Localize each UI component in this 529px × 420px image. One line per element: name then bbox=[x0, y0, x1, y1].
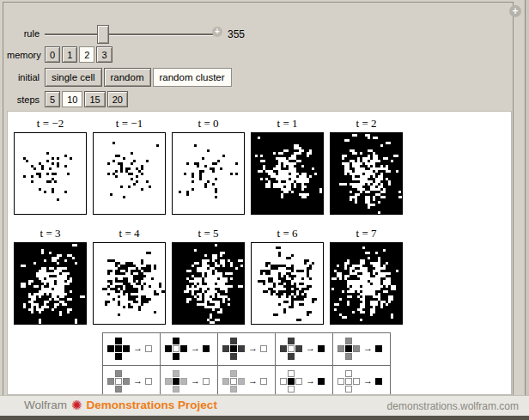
state-cell bbox=[288, 353, 295, 360]
manipulate-plus-icon[interactable]: + bbox=[509, 5, 521, 17]
footer-bottom-bar bbox=[0, 416, 529, 420]
state-cell bbox=[180, 378, 187, 385]
rule-case: → bbox=[103, 333, 161, 366]
state-cell bbox=[238, 345, 245, 352]
page-right-strip bbox=[525, 0, 529, 416]
state-cell bbox=[173, 378, 179, 385]
neighborhood-grid bbox=[165, 338, 187, 360]
steps-option-10[interactable]: 10 bbox=[62, 91, 82, 107]
demonstrations-project-label[interactable]: Demonstrations Project bbox=[87, 399, 217, 411]
result-cell bbox=[375, 378, 382, 385]
state-cell bbox=[173, 338, 179, 344]
rule-case: → bbox=[218, 333, 276, 366]
automaton-image bbox=[251, 242, 324, 325]
memory-option-0[interactable]: 0 bbox=[45, 46, 60, 63]
initial-option-random-cluster[interactable]: random cluster bbox=[153, 68, 232, 87]
panel-row-bottom: t = 3t = 4t = 5t = 6t = 7 bbox=[14, 225, 403, 325]
footer-url[interactable]: demonstrations.wolfram.com bbox=[387, 400, 519, 412]
neighborhood-grid bbox=[165, 370, 187, 393]
rule-case: → bbox=[333, 333, 391, 366]
result-cell bbox=[203, 345, 210, 352]
initial-setter-group: single cellrandomrandom cluster bbox=[45, 68, 232, 87]
automaton-image bbox=[330, 242, 403, 325]
initial-option-random[interactable]: random bbox=[104, 68, 151, 87]
steps-option-5[interactable]: 5 bbox=[45, 91, 60, 107]
panel-title: t = 6 bbox=[277, 225, 298, 242]
state-cell bbox=[337, 378, 344, 385]
arrow-icon: → bbox=[363, 343, 373, 353]
state-cell bbox=[288, 378, 295, 385]
state-cell bbox=[107, 345, 114, 352]
rule-slider-thumb[interactable] bbox=[97, 25, 109, 44]
display-area: t = −2t = −1t = 0t = 1t = 2 t = 3t = 4t … bbox=[7, 111, 512, 395]
state-cell bbox=[345, 386, 352, 393]
result-cell bbox=[145, 345, 152, 352]
steps-option-20[interactable]: 20 bbox=[107, 91, 128, 107]
memory-option-2[interactable]: 2 bbox=[79, 46, 94, 63]
rule-label: rule bbox=[7, 28, 40, 39]
rule-icon-table: →→→→→→→→→→ bbox=[102, 332, 391, 395]
neighborhood-grid bbox=[222, 338, 245, 360]
neighborhood-grid bbox=[337, 338, 360, 360]
state-cell bbox=[115, 370, 122, 377]
automaton-panel: t = 0 bbox=[172, 115, 245, 215]
state-cell bbox=[238, 378, 245, 385]
state-cell bbox=[353, 378, 360, 385]
arrow-icon: → bbox=[191, 343, 200, 353]
initial-label: initial bbox=[7, 72, 40, 82]
memory-label: memory bbox=[7, 50, 40, 60]
state-cell bbox=[345, 378, 352, 385]
state-cell bbox=[115, 353, 122, 360]
neighborhood-grid bbox=[222, 370, 245, 393]
automaton-panel: t = 7 bbox=[330, 225, 403, 325]
state-cell bbox=[165, 345, 172, 352]
panel-title: t = 3 bbox=[40, 225, 61, 242]
initial-option-single-cell[interactable]: single cell bbox=[45, 68, 102, 87]
panel-title: t = −1 bbox=[116, 115, 143, 132]
steps-option-15[interactable]: 15 bbox=[84, 91, 105, 107]
state-cell bbox=[230, 338, 237, 344]
automaton-image bbox=[172, 242, 245, 325]
automaton-panel: t = 5 bbox=[172, 225, 245, 325]
state-cell bbox=[222, 345, 229, 352]
panel-title: t = 1 bbox=[277, 115, 298, 132]
panel-title: t = 2 bbox=[356, 115, 377, 132]
neighborhood-grid bbox=[280, 338, 302, 360]
automaton-image bbox=[172, 132, 245, 215]
neighborhood-grid bbox=[337, 370, 360, 393]
result-cell bbox=[318, 378, 325, 385]
automaton-panel: t = −1 bbox=[93, 115, 166, 215]
state-cell bbox=[280, 345, 287, 352]
state-cell bbox=[345, 338, 352, 344]
neighborhood-grid bbox=[280, 370, 302, 393]
state-cell bbox=[115, 378, 122, 385]
state-cell bbox=[222, 378, 229, 385]
memory-setter-group: 0123 bbox=[45, 46, 112, 63]
state-cell bbox=[230, 378, 237, 385]
rosette-icon: ✺ bbox=[71, 399, 82, 411]
neighborhood-grid bbox=[107, 338, 130, 360]
footer-bar: Wolfram ✺ Demonstrations Project demonst… bbox=[0, 395, 529, 416]
slider-options-plus-icon[interactable]: + bbox=[212, 27, 222, 37]
state-cell bbox=[288, 345, 295, 352]
state-cell bbox=[230, 386, 237, 393]
automaton-image bbox=[251, 132, 324, 215]
rule-case: → bbox=[333, 366, 391, 395]
state-cell bbox=[288, 338, 295, 344]
state-cell bbox=[345, 370, 352, 377]
memory-option-1[interactable]: 1 bbox=[62, 46, 77, 63]
panel-title: t = 7 bbox=[356, 225, 377, 242]
rule-table-row: →→→→→ bbox=[103, 366, 391, 395]
rule-case: → bbox=[218, 366, 276, 395]
rule-slider-track[interactable] bbox=[45, 33, 213, 36]
neighborhood-grid bbox=[107, 370, 130, 393]
automaton-image bbox=[14, 242, 87, 325]
memory-option-3[interactable]: 3 bbox=[96, 46, 112, 63]
state-cell bbox=[288, 386, 295, 393]
state-cell bbox=[295, 378, 302, 385]
automaton-panel: t = 2 bbox=[330, 115, 403, 215]
steps-setter-group: 5101520 bbox=[45, 91, 128, 107]
state-cell bbox=[107, 378, 114, 385]
footer-brand[interactable]: Wolfram ✺ Demonstrations Project bbox=[24, 399, 217, 411]
arrow-icon: → bbox=[133, 375, 143, 386]
